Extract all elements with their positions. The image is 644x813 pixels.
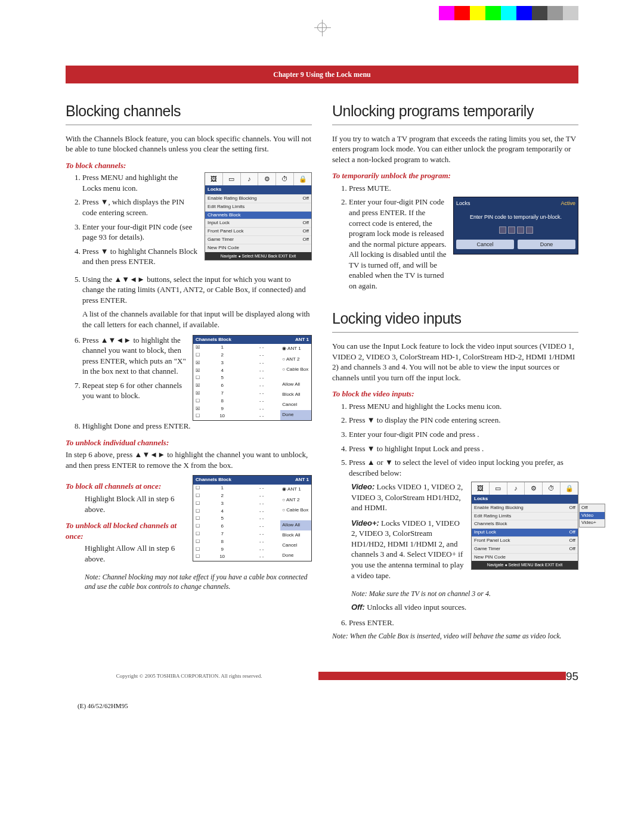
section-heading: Unlocking programs temporarily: [332, 101, 578, 125]
step-list: Press MENU and highlight the Locks menu …: [82, 172, 199, 270]
step-text: Using the ▲▼◄► buttons, select the input…: [82, 275, 306, 305]
cancel-button[interactable]: Cancel: [456, 240, 514, 249]
body-text: In step 6 above, press ▲▼◄► to highlight…: [66, 449, 312, 470]
subhead: To unblock individual channels:: [66, 437, 312, 448]
option-text: Locks VIDEO 1, VIDEO 2, VIDEO 3, ColorSt…: [351, 519, 463, 580]
body-text: Highlight Block All in step 6 above.: [85, 494, 187, 514]
osd-menu-row[interactable]: Front Panel LockOff: [205, 227, 311, 235]
chapter-banner: Chapter 9 Using the Lock menu: [66, 66, 578, 83]
footer-redbar: [318, 672, 565, 680]
manual-page: Chapter 9 Using the Lock menu Blocking c…: [0, 0, 644, 728]
step: Press ENTER.: [349, 617, 578, 628]
step: Enter your four-digit PIN code and press…: [349, 429, 578, 440]
step: Press MENU and highlight the Locks menu …: [82, 172, 199, 193]
osd-tab-icons: 🖼▭♪⚙⏱🔒: [472, 482, 578, 495]
subhead: To block the video inputs:: [332, 389, 578, 399]
body-text: If you try to watch a TV program that ex…: [332, 134, 578, 165]
pin-boxes: [456, 226, 575, 234]
step-list: Press MUTE.: [349, 183, 578, 194]
osd-menu-row[interactable]: Input LockOff: [205, 219, 311, 227]
step: Using the ▲▼◄► buttons, select the input…: [82, 274, 312, 330]
right-column: Unlocking programs temporarily If you tr…: [332, 101, 578, 645]
printer-colorbar: [439, 6, 578, 20]
option-desc: Video: Locks VIDEO 1, VIDEO 2, VIDEO 3, …: [351, 482, 465, 513]
intro-text: With the Channels Block feature, you can…: [66, 134, 312, 154]
osd-channels-block-1: Channels BlockANT 1☒1- -☐2- -☒3- -☒4- -☐…: [193, 335, 312, 421]
osd-title: Locks: [472, 495, 578, 504]
osd-menu-row[interactable]: Channels Block: [205, 211, 311, 219]
osd-menu-row[interactable]: Enable Rating BlockingOff: [472, 504, 578, 512]
osd-menu-row[interactable]: Input LockOff: [472, 528, 578, 536]
subhead: To block channels:: [66, 160, 312, 171]
osd-menu-row[interactable]: Channels Block: [472, 520, 578, 528]
step: Press ▼ to display the PIN code entering…: [349, 415, 578, 426]
two-column-layout: Blocking channels With the Channels Bloc…: [66, 101, 578, 645]
osd-input-lock: 🖼▭♪⚙⏱🔒 Locks Enable Rating BlockingOffEd…: [471, 482, 578, 570]
subhead: To temporarily unblock the program:: [332, 170, 578, 181]
section-heading: Blocking channels: [66, 101, 312, 125]
step-list: Highlight Done and press ENTER.: [82, 421, 312, 432]
osd-footer: Navigate ● Select MENU Back EXIT Exit: [472, 561, 578, 569]
done-button[interactable]: Done: [518, 240, 575, 249]
option-label: Off:: [351, 603, 365, 612]
subhead: To unblock all blocked channels at once:: [66, 520, 187, 541]
option-desc: Video+: Locks VIDEO 1, VIDEO 2, VIDEO 3,…: [351, 518, 465, 581]
step: Repeat step 6 for other channels you wan…: [82, 380, 187, 401]
osd-pin-dialog: Locks Active Enter PIN code to temporail…: [453, 197, 578, 254]
osd-menu-row[interactable]: New PIN Code: [205, 244, 311, 252]
page-number: 95: [566, 669, 578, 684]
osd-menu-row[interactable]: Front Panel LockOff: [472, 536, 578, 545]
step: Enter your four-digit PIN code (see page…: [82, 222, 199, 243]
osd-menu-row[interactable]: New PIN Code: [472, 553, 578, 561]
osd-tab-icons: 🖼▭♪⚙⏱🔒: [205, 173, 311, 185]
osd-menu-row[interactable]: Edit Rating Limits: [205, 203, 311, 211]
option-label: Video+:: [351, 519, 379, 527]
model-code: (E) 46/52/62HM95: [78, 702, 578, 710]
osd-channels-block-2: Channels BlockANT 1☐1- -☐2- -☐3- -☐4- -☐…: [193, 475, 312, 561]
step-list: Enter your four-digit PIN code and press…: [349, 197, 447, 294]
step: Press MENU and highlight the Locks menu …: [349, 401, 578, 412]
option-desc: Off: Unlocks all video input sources.: [351, 602, 578, 613]
step-note: A list of the channels available for tha…: [82, 309, 312, 330]
step: Press ▼ to highlight Input Lock and pres…: [349, 443, 578, 454]
osd-title: Locks: [205, 185, 311, 194]
status-badge: Active: [561, 200, 575, 207]
option-label: Video:: [351, 482, 374, 491]
step-list: Press MENU and highlight the Locks menu …: [349, 401, 578, 478]
copyright: Copyright © 2005 TOSHIBA CORPORATION. Al…: [66, 672, 312, 679]
page-footer: Copyright © 2005 TOSHIBA CORPORATION. Al…: [66, 669, 578, 684]
step: Highlight Done and press ENTER.: [82, 421, 312, 432]
note: Note: Channel blocking may not take effe…: [85, 572, 312, 591]
step: Press ▲ or ▼ to select the level of vide…: [349, 457, 578, 478]
subhead: To block all channels at once:: [66, 481, 187, 492]
osd-title: Locks: [456, 200, 561, 207]
osd-menu-row[interactable]: Enable Rating BlockingOff: [205, 194, 311, 203]
pin-message: Enter PIN code to temporaily un-block.: [459, 213, 573, 221]
step: Press MUTE.: [349, 183, 578, 194]
option-text: Unlocks all video input sources.: [365, 603, 466, 612]
note: Note: When the Cable Box is inserted, vi…: [332, 631, 578, 641]
osd-menu-row[interactable]: Game TimerOff: [205, 235, 311, 244]
left-column: Blocking channels With the Channels Bloc…: [66, 101, 312, 645]
osd-menu-row[interactable]: Edit Rating Limits: [472, 512, 578, 520]
note: Note: Make sure the TV is not on channel…: [351, 589, 578, 598]
step-list: Press ENTER.: [349, 617, 578, 628]
step-list: Press ▲▼◄► to highlight the channel you …: [82, 335, 187, 405]
body-text: Highlight Allow All in step 6 above.: [85, 543, 187, 564]
osd-locks-menu: 🖼▭♪⚙⏱🔒 Locks Enable Rating BlockingOffEd…: [205, 172, 312, 260]
step: Press ▼ to highlight Channels Block and …: [82, 246, 199, 267]
body-text: You can use the Input Lock feature to lo…: [332, 341, 578, 383]
step: Press ▼, which displays the PIN code ent…: [82, 197, 199, 218]
osd-footer: Navigate ● Select MENU Back EXIT Exit: [205, 252, 311, 260]
step-list: Using the ▲▼◄► buttons, select the input…: [82, 274, 312, 330]
step: Press ▲▼◄► to highlight the channel you …: [82, 335, 187, 377]
section-heading: Locking video inputs: [332, 309, 578, 333]
registration-mark-top: [317, 23, 327, 32]
osd-menu-row[interactable]: Game TimerOff: [472, 545, 578, 553]
step: Enter your four-digit PIN code and press…: [349, 197, 447, 291]
